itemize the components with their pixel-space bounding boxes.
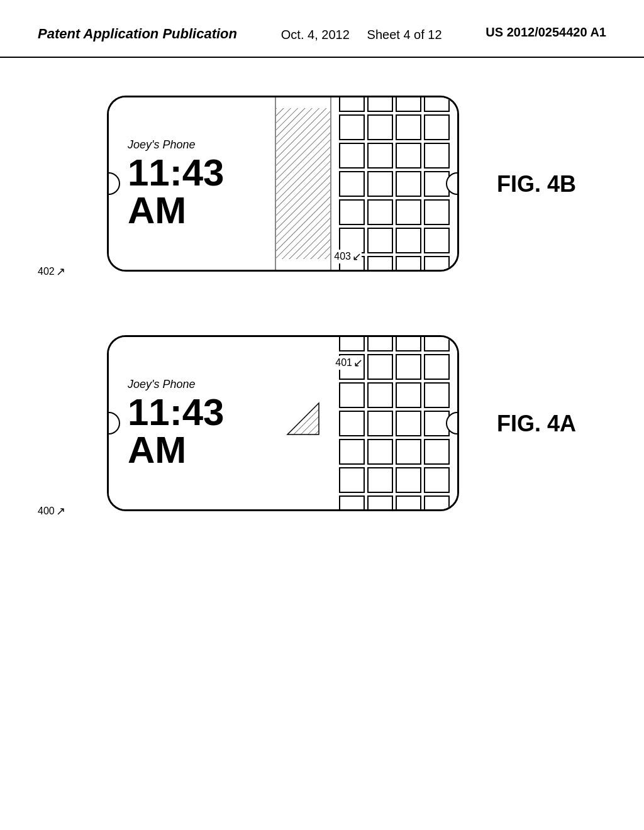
ref-401-label: 401 ↙ xyxy=(335,356,363,370)
key xyxy=(339,199,365,225)
key xyxy=(396,335,421,351)
key xyxy=(424,96,450,112)
ref-403-label: 403 ↙ xyxy=(334,250,362,263)
key xyxy=(367,354,393,380)
sheet-number: Sheet 4 of 12 xyxy=(367,28,442,42)
phone-fig4b: Joey's Phone 11:43 AM xyxy=(107,96,459,272)
key xyxy=(339,143,365,169)
key xyxy=(424,114,450,140)
publication-title: Patent Application Publication xyxy=(38,25,237,43)
key xyxy=(424,335,450,351)
phone-name-4b: Joey's Phone xyxy=(128,138,262,152)
phone-screen-4b: Joey's Phone 11:43 AM xyxy=(109,97,275,270)
key xyxy=(367,439,393,465)
page-header: Patent Application Publication Oct. 4, 2… xyxy=(0,0,644,58)
key xyxy=(367,143,393,169)
key xyxy=(424,495,450,512)
key xyxy=(424,382,450,408)
main-content: 402 ↗ Joey's Phone 11:43 AM xyxy=(0,58,644,537)
key xyxy=(339,114,365,140)
header-date-sheet: Oct. 4, 2012 Sheet 4 of 12 xyxy=(281,25,442,44)
hatch-svg-4b xyxy=(276,97,330,270)
phone-screen-4a: Joey's Phone 11:43 AM xyxy=(109,337,275,509)
key xyxy=(367,495,393,512)
fig4b-section: 402 ↗ Joey's Phone 11:43 AM xyxy=(38,96,606,272)
key xyxy=(367,335,393,351)
key xyxy=(396,228,421,253)
key xyxy=(367,228,393,253)
publication-date: Oct. 4, 2012 xyxy=(281,28,350,42)
key xyxy=(424,228,450,253)
hatch-svg-4a xyxy=(281,397,325,441)
keyboard-grid-4b xyxy=(331,97,457,270)
key xyxy=(339,171,365,197)
ref-402-label: 402 ↗ xyxy=(38,265,65,279)
key xyxy=(424,256,450,272)
key xyxy=(339,411,365,436)
svg-marker-4 xyxy=(287,403,319,434)
key xyxy=(424,354,450,380)
key xyxy=(367,382,393,408)
key xyxy=(396,495,421,512)
phone-time-4a: 11:43 AM xyxy=(128,394,262,469)
key xyxy=(396,199,421,225)
key xyxy=(367,199,393,225)
key xyxy=(396,354,421,380)
key xyxy=(424,199,450,225)
key xyxy=(396,439,421,465)
fig4a-label: FIG. 4A xyxy=(497,411,576,437)
key xyxy=(396,96,421,112)
notification-area-4a: 401 ↙ xyxy=(275,337,331,509)
key xyxy=(424,467,450,493)
phone-name-4a: Joey's Phone xyxy=(128,378,262,391)
phone-time-4b: 11:43 AM xyxy=(128,154,262,230)
fig4b-label: FIG. 4B xyxy=(497,171,576,197)
patent-number: US 2012/0254420 A1 xyxy=(486,25,606,40)
fig4a-section: 400 ↗ Joey's Phone 11:43 AM xyxy=(38,335,606,512)
fig4b-device: Joey's Phone 11:43 AM xyxy=(69,96,459,272)
key xyxy=(424,143,450,169)
key xyxy=(396,411,421,436)
key xyxy=(367,171,393,197)
key xyxy=(396,382,421,408)
ref-400-label: 400 ↗ xyxy=(38,504,65,518)
key xyxy=(396,256,421,272)
key xyxy=(396,467,421,493)
key xyxy=(367,467,393,493)
phone-fig4a: Joey's Phone 11:43 AM xyxy=(107,335,459,511)
key xyxy=(339,96,365,112)
key xyxy=(367,96,393,112)
key xyxy=(396,143,421,169)
key xyxy=(339,335,365,351)
key xyxy=(424,439,450,465)
key xyxy=(367,256,393,272)
key xyxy=(339,495,365,512)
key xyxy=(396,114,421,140)
key xyxy=(367,114,393,140)
key xyxy=(396,171,421,197)
key xyxy=(339,382,365,408)
notification-area-4b: 403 ↙ xyxy=(275,97,331,270)
svg-rect-1 xyxy=(276,108,330,259)
key xyxy=(339,467,365,493)
key xyxy=(339,439,365,465)
fig4a-device: Joey's Phone 11:43 AM xyxy=(69,335,459,511)
key xyxy=(367,411,393,436)
